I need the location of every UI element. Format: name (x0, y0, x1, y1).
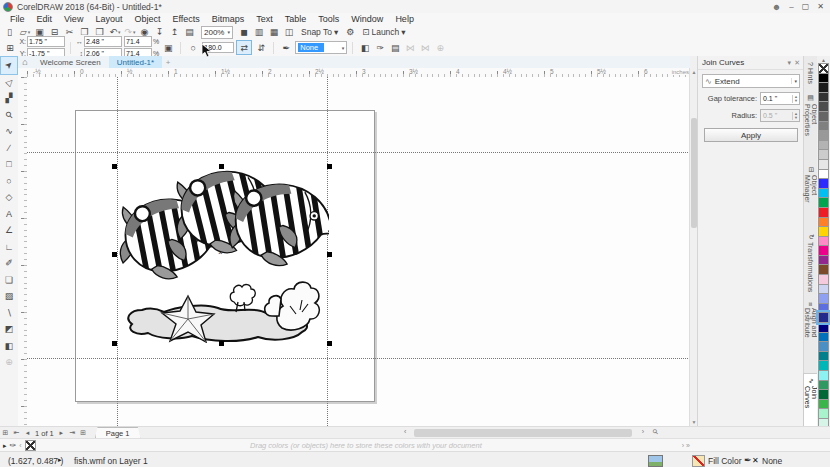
docker-close-icon[interactable]: ✕ (794, 59, 800, 67)
first-page-button[interactable]: ⇤ (11, 429, 22, 437)
menu-item[interactable]: Edit (31, 14, 59, 24)
fill-color-icon[interactable] (692, 455, 705, 467)
add-page-button-right[interactable]: ⊞ (78, 429, 89, 437)
eyedropper-icon[interactable]: ✑ (10, 441, 17, 450)
artistic-media-tool[interactable]: ✐ (1, 255, 17, 272)
edit-fill-button[interactable]: ◧ (358, 41, 372, 54)
user-account-icon[interactable]: ☻ (772, 2, 781, 12)
menu-item[interactable]: Bitmaps (206, 14, 251, 24)
hscroll-left-icon[interactable]: ‹ (404, 428, 406, 435)
cut-button[interactable]: ✂ (63, 26, 77, 38)
export-button[interactable]: ↥ (168, 26, 182, 38)
options-button[interactable]: ⚙ (343, 26, 357, 38)
menu-item[interactable]: Window (345, 14, 389, 24)
color-eyedropper-tool[interactable]: ∖ (1, 305, 17, 322)
scale-h-input[interactable] (124, 36, 152, 47)
tab-welcome-screen[interactable]: Welcome Screen (32, 56, 109, 68)
freehand-tool[interactable]: ∿ (1, 123, 17, 140)
zoom-to-page-icon[interactable]: ⚲ (651, 427, 660, 436)
show-rulers-button[interactable]: ▥ (252, 26, 266, 38)
drawing-canvas[interactable]: × (27, 77, 690, 426)
palette-expand-icon[interactable]: » (686, 442, 690, 449)
menu-item[interactable]: Tools (312, 14, 345, 24)
menu-item[interactable]: Object (128, 14, 166, 24)
home-icon[interactable]: ⌂ (18, 56, 32, 68)
guideline-horizontal-top[interactable] (27, 152, 690, 153)
mirror-horizontal-button[interactable]: ⇄ (236, 40, 252, 55)
menu-item[interactable]: Layout (89, 14, 128, 24)
zoom-levels-combo[interactable]: 200% ▾ (201, 26, 233, 39)
pick-tool[interactable]: ➤ (1, 57, 17, 74)
connector-tool[interactable]: ∟ (1, 239, 17, 256)
outline-width-combo[interactable]: None ▾ (295, 41, 347, 54)
selection-handle-s[interactable] (219, 341, 224, 346)
apply-button[interactable]: Apply (704, 128, 798, 142)
show-grid-button[interactable]: ▦ (267, 26, 281, 38)
join-mode-dropdown[interactable]: ∿ Extend ▾ (702, 74, 800, 88)
crop-tool[interactable]: ▞ (1, 90, 17, 107)
docker-tab-object-properties[interactable]: ▤ Object Properties (804, 90, 818, 161)
minimize-button[interactable]: – (789, 2, 793, 11)
selection-handle-sw[interactable] (112, 341, 117, 346)
docker-tab-hints[interactable]: ? Hints (807, 58, 814, 88)
show-alignment-guides-button[interactable]: ◫ (282, 26, 296, 38)
menu-item[interactable]: Help (389, 14, 420, 24)
new-document-button[interactable]: ▯ (3, 26, 17, 38)
selection-handle-ne[interactable] (327, 164, 332, 169)
close-button[interactable]: ✕ (817, 2, 824, 11)
gap-tolerance-field[interactable]: 0.1 " ▲▼ (760, 92, 800, 105)
customize-propertybar-button[interactable]: ⊕ (433, 41, 447, 54)
horizontal-scrollbar-thumb[interactable] (414, 429, 632, 437)
outline-pen-icon[interactable]: ✒ (744, 455, 752, 465)
full-screen-preview-button[interactable]: ◼ (237, 26, 251, 38)
selection-handle-se[interactable] (327, 341, 332, 346)
previous-page-button[interactable]: ◂ (22, 429, 33, 437)
menu-item[interactable]: Text (250, 14, 279, 24)
start-arrowhead-button[interactable]: ⋈ (403, 41, 417, 54)
palette-left-icon[interactable]: ‹ (19, 442, 21, 449)
drop-shadow-tool[interactable]: ❏ (1, 272, 17, 289)
docker-tab-align-distribute[interactable]: ≡ Align and Distribute (804, 298, 818, 372)
end-arrowhead-button[interactable]: ⋈ (418, 41, 432, 54)
object-x-input[interactable] (27, 36, 65, 47)
selection-center-marker[interactable]: × (218, 250, 223, 256)
docker-tab-object-manager[interactable]: ⊟ Object Manager (804, 163, 818, 228)
selection-handle-nw[interactable] (112, 164, 117, 169)
guideline-horizontal-bottom[interactable] (27, 358, 690, 359)
new-tab-button[interactable]: + (162, 56, 174, 68)
parallel-dimension-tool[interactable]: ∠ (1, 222, 17, 239)
tab-untitled-1[interactable]: Untitled-1* (109, 56, 162, 68)
two-point-line-tool[interactable]: ∕ (1, 140, 17, 157)
docker-tab-transformations[interactable]: ↻ Transformations (807, 230, 815, 296)
docker-tab-join-curves[interactable]: ∿ Join Curves (804, 374, 818, 426)
menu-item[interactable]: View (58, 14, 89, 24)
palette-right-icon[interactable]: › (682, 442, 684, 449)
launch-dropdown[interactable]: ⊡ Launch ▾ (358, 27, 409, 37)
transparency-tool[interactable]: ▨ (1, 288, 17, 305)
zoom-tool[interactable]: ⚲ (1, 107, 17, 124)
edit-outline-button[interactable]: ✑ (373, 41, 387, 54)
menu-item[interactable]: Table (279, 14, 313, 24)
object-width-input[interactable] (84, 36, 122, 47)
text-tool[interactable]: A (1, 206, 17, 223)
mirror-vertical-button[interactable]: ⇵ (254, 41, 268, 54)
docker-flyout-icon[interactable]: ▾ (788, 59, 792, 67)
customize-toolbox-button[interactable]: ⊕ (1, 354, 17, 371)
horizontal-scrollbar[interactable]: ‹ › ⚲ (408, 428, 672, 438)
interactive-fill-tool[interactable]: ◩ (1, 321, 17, 338)
selection-handle-e[interactable] (327, 252, 332, 257)
add-page-button[interactable]: ⊞ (0, 429, 11, 437)
ellipse-tool[interactable]: ○ (1, 173, 17, 190)
polygon-tool[interactable]: ◇ (1, 189, 17, 206)
smart-fill-tool[interactable]: ◧ (1, 338, 17, 355)
shape-tool[interactable]: ▷ (1, 74, 17, 91)
color-swatch[interactable] (818, 312, 829, 323)
no-color-swatch[interactable] (25, 440, 36, 451)
menu-item[interactable]: File (4, 14, 31, 24)
maximize-button[interactable]: ▢ (802, 2, 810, 11)
selection-handle-w[interactable] (112, 252, 117, 257)
menu-item[interactable]: Effects (166, 14, 205, 24)
publish-pdf-button[interactable]: ▤ (183, 26, 197, 38)
spinner-icon[interactable]: ▲▼ (792, 95, 799, 103)
hscroll-right-icon[interactable]: › (642, 428, 644, 435)
